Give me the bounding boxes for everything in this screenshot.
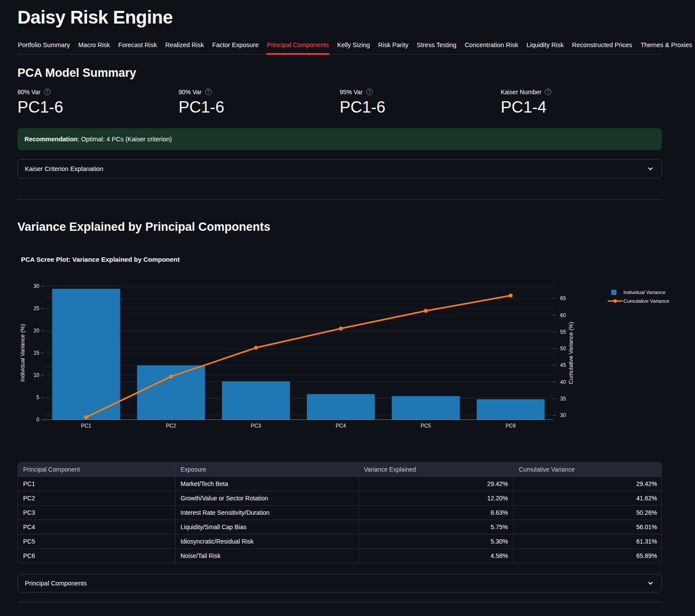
chart-legend[interactable]: Individual VarianceCumulative Variance: [608, 290, 669, 304]
section-divider: [17, 199, 662, 200]
tab-risk-parity[interactable]: Risk Parity: [378, 39, 409, 55]
app-root: Daisy Risk Engine Portfolio SummaryMacro…: [0, 0, 695, 602]
svg-text:60: 60: [560, 312, 566, 318]
svg-text:40: 40: [560, 379, 566, 385]
expander-label: Kaiser Criterion Explanation: [25, 165, 103, 172]
table-row: PC2Growth/Value or Sector Rotation12.20%…: [18, 491, 662, 506]
table-row: PC4Liquidity/Small Cap Bias5.75%56.01%: [18, 520, 662, 534]
line-marker-pc1: [84, 415, 88, 419]
line-marker-pc2: [169, 375, 173, 379]
table-header-row: Principal ComponentExposureVariance Expl…: [18, 462, 662, 477]
svg-text:5: 5: [36, 394, 39, 400]
x-axis-labels: PC1PC2PC3PC4PC5PC6: [81, 423, 516, 429]
svg-text:10: 10: [34, 372, 40, 378]
tab-stress-testing[interactable]: Stress Testing: [416, 39, 457, 55]
metric-label: Kaiser Number: [501, 89, 541, 96]
tab-macro-risk[interactable]: Macro Risk: [78, 39, 110, 55]
bar-pc5: [392, 396, 460, 420]
cell-cumulative-variance: 29.42%: [513, 477, 662, 491]
metric-value: PC1-6: [340, 99, 501, 116]
right-axis-ticks: 3035404550556065: [553, 295, 566, 418]
tab-forecast-risk[interactable]: Forecast Risk: [118, 39, 158, 55]
tab-themes-proxies[interactable]: Themes & Proxies: [640, 39, 692, 55]
bar-pc4: [307, 394, 375, 420]
cell-variance-explained: 5.30%: [358, 534, 513, 549]
svg-text:PC4: PC4: [336, 423, 346, 429]
recommendation-text: : Optimal: 4 PCs (Kaiser criterion): [78, 136, 172, 143]
cell-exposure: Noise/Tail Risk: [175, 549, 358, 563]
table-row: PC6Noise/Tail Risk4.58%65.89%: [18, 549, 662, 563]
left-axis-ticks: 051015202530: [34, 283, 44, 423]
line-marker-pc4: [339, 327, 343, 331]
cell-principal-component: PC2: [18, 491, 175, 506]
svg-text:0: 0: [36, 417, 39, 423]
cell-cumulative-variance: 56.01%: [513, 520, 662, 534]
bar-pc6: [477, 399, 545, 420]
variance-section-heading: Variance Explained by Principal Componen…: [17, 220, 662, 234]
cell-cumulative-variance: 41.62%: [513, 491, 662, 506]
line-marker-pc6: [509, 294, 513, 298]
metric-value: PC1-4: [501, 99, 662, 116]
svg-text:50: 50: [560, 346, 566, 352]
column-header-cumulative-variance: Cumulative Variance: [513, 462, 662, 477]
cell-principal-component: PC1: [18, 477, 175, 491]
svg-text:PC3: PC3: [251, 423, 261, 429]
cell-principal-component: PC4: [18, 520, 175, 534]
metric-label: 90% Var: [179, 89, 202, 96]
svg-text:15: 15: [34, 350, 40, 356]
chart-title: PCA Scree Plot: Variance Explained by Co…: [21, 256, 662, 263]
column-header-exposure: Exposure: [175, 462, 358, 477]
cell-cumulative-variance: 61.31%: [513, 534, 662, 549]
principal-components-expander[interactable]: Principal Components: [17, 574, 662, 592]
table-row: PC5Idiosyncratic/Residual Risk5.30%61.31…: [18, 534, 662, 549]
chevron-down-icon: [647, 579, 654, 587]
cell-exposure: Growth/Value or Sector Rotation: [175, 491, 358, 506]
left-axis-title: Individual Variance (%): [19, 324, 26, 382]
column-header-variance-explained: Variance Explained: [358, 462, 513, 477]
pca-summary-heading: PCA Model Summary: [17, 66, 662, 80]
metric-label: 80% Var: [17, 89, 41, 96]
pc-table-container: Principal ComponentExposureVariance Expl…: [17, 462, 662, 563]
cell-variance-explained: 4.58%: [358, 549, 513, 563]
expander-label: Principal Components: [25, 580, 87, 587]
tab-portfolio-summary[interactable]: Portfolio Summary: [17, 39, 70, 55]
svg-text:PC6: PC6: [506, 423, 516, 429]
metric-95-var: 95% Var?PC1-6: [340, 88, 501, 116]
tab-concentration-risk[interactable]: Concentration Risk: [464, 39, 519, 55]
tab-liquidity-risk[interactable]: Liquidity Risk: [526, 39, 564, 55]
bar-pc3: [222, 381, 290, 420]
metric-80-var: 80% Var?PC1-6: [17, 88, 179, 116]
tab-kelly-sizing[interactable]: Kelly Sizing: [337, 39, 370, 55]
cell-cumulative-variance: 50.26%: [513, 506, 662, 520]
right-axis-title: Cumulative Variance (%): [568, 322, 574, 384]
svg-text:25: 25: [34, 305, 40, 311]
cell-principal-component: PC5: [18, 534, 175, 549]
metrics-row: 80% Var?PC1-690% Var?PC1-695% Var?PC1-6K…: [17, 88, 662, 116]
help-icon[interactable]: ?: [545, 89, 551, 95]
cell-exposure: Interest Rate Sensitivity/Duration: [175, 506, 358, 520]
metric-90-var: 90% Var?PC1-6: [179, 88, 340, 116]
tab-factor-exposure[interactable]: Factor Exposure: [212, 39, 259, 55]
bottom-divider: [17, 602, 662, 602]
cell-variance-explained: 12.20%: [358, 491, 513, 506]
svg-text:65: 65: [560, 295, 566, 301]
tab-principal-components[interactable]: Principal Components: [266, 39, 329, 55]
tab-reconstructed-prices[interactable]: Reconstructed Prices: [571, 39, 633, 55]
help-icon[interactable]: ?: [205, 89, 212, 95]
scree-plot[interactable]: PC1PC2PC3PC4PC5PC60510152025303035404550…: [17, 270, 693, 445]
help-icon[interactable]: ?: [44, 89, 51, 95]
cell-principal-component: PC6: [18, 549, 175, 563]
cell-variance-explained: 5.75%: [358, 520, 513, 534]
cell-cumulative-variance: 65.89%: [513, 549, 662, 563]
svg-text:35: 35: [560, 396, 566, 402]
cell-exposure: Liquidity/Small Cap Bias: [175, 520, 358, 534]
kaiser-criterion-expander[interactable]: Kaiser Criterion Explanation: [17, 159, 662, 178]
tab-bar: Portfolio SummaryMacro RiskForecast Risk…: [17, 39, 662, 55]
recommendation-label: Recommendation: [24, 136, 78, 143]
tab-realized-risk[interactable]: Realized Risk: [165, 39, 204, 55]
table-row: PC1Market/Tech Beta29.42%29.42%: [18, 477, 662, 491]
chevron-down-icon: [647, 165, 654, 173]
help-icon[interactable]: ?: [366, 89, 373, 95]
svg-text:20: 20: [34, 328, 40, 334]
cell-principal-component: PC3: [18, 506, 175, 520]
